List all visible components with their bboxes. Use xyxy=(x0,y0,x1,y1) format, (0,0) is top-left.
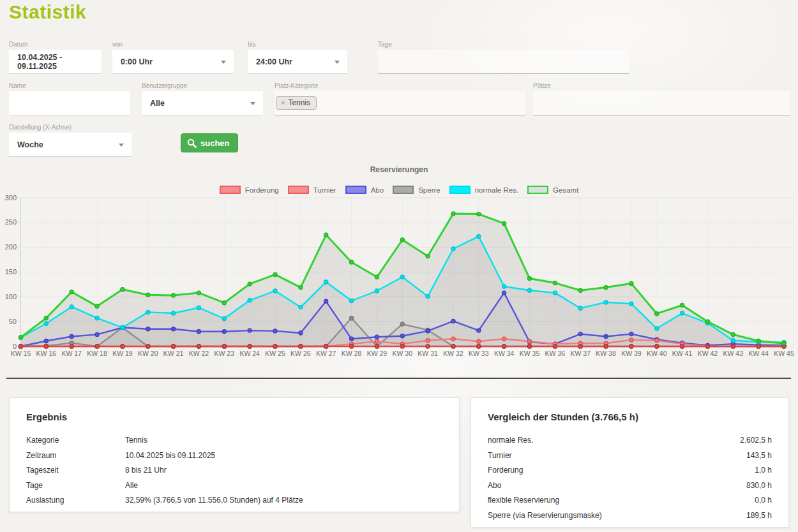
data-point[interactable] xyxy=(197,330,200,334)
data-point[interactable] xyxy=(70,335,73,339)
data-point[interactable] xyxy=(426,339,430,343)
data-point[interactable] xyxy=(502,291,506,295)
data-point[interactable] xyxy=(578,344,582,348)
data-point[interactable] xyxy=(477,212,481,216)
data-point[interactable] xyxy=(604,335,608,339)
data-point[interactable] xyxy=(222,344,226,348)
data-point[interactable] xyxy=(222,317,226,321)
data-point[interactable] xyxy=(273,289,277,293)
data-point[interactable] xyxy=(350,316,354,320)
data-point[interactable] xyxy=(375,335,379,339)
data-point[interactable] xyxy=(731,344,735,348)
data-point[interactable] xyxy=(146,293,150,297)
data-point[interactable] xyxy=(146,310,150,314)
data-point[interactable] xyxy=(451,337,455,341)
data-point[interactable] xyxy=(172,293,176,297)
data-point[interactable] xyxy=(19,336,23,339)
data-point[interactable] xyxy=(578,306,582,310)
data-point[interactable] xyxy=(324,299,328,303)
data-point[interactable] xyxy=(553,344,557,348)
data-point[interactable] xyxy=(299,344,303,348)
data-point[interactable] xyxy=(477,339,481,343)
data-point[interactable] xyxy=(451,212,455,216)
data-point[interactable] xyxy=(553,291,557,295)
data-point[interactable] xyxy=(731,332,735,336)
data-point[interactable] xyxy=(426,295,430,299)
benutzergruppe-select[interactable]: Alle xyxy=(142,91,263,115)
data-point[interactable] xyxy=(375,339,379,343)
data-point[interactable] xyxy=(502,221,506,225)
data-point[interactable] xyxy=(70,344,73,348)
data-point[interactable] xyxy=(172,327,176,331)
data-point[interactable] xyxy=(324,233,328,237)
data-point[interactable] xyxy=(502,344,506,348)
data-point[interactable] xyxy=(477,235,481,239)
data-point[interactable] xyxy=(400,238,404,242)
data-point[interactable] xyxy=(248,299,252,302)
data-point[interactable] xyxy=(248,282,252,286)
data-point[interactable] xyxy=(95,344,99,348)
data-point[interactable] xyxy=(528,344,532,348)
data-point[interactable] xyxy=(172,311,176,315)
data-point[interactable] xyxy=(44,339,48,343)
data-point[interactable] xyxy=(757,344,760,348)
remove-tag-icon[interactable]: × xyxy=(281,98,285,107)
data-point[interactable] xyxy=(197,306,200,309)
data-point[interactable] xyxy=(95,316,99,320)
von-select[interactable]: 0:00 Uhr xyxy=(112,50,234,74)
data-point[interactable] xyxy=(400,275,404,279)
data-point[interactable] xyxy=(121,344,124,348)
data-point[interactable] xyxy=(655,327,659,330)
data-point[interactable] xyxy=(604,286,608,290)
data-point[interactable] xyxy=(655,312,659,316)
data-point[interactable] xyxy=(604,344,608,348)
data-point[interactable] xyxy=(502,337,506,341)
data-point[interactable] xyxy=(375,344,379,348)
data-point[interactable] xyxy=(146,327,150,331)
data-point[interactable] xyxy=(375,289,379,293)
data-point[interactable] xyxy=(451,344,455,348)
data-point[interactable] xyxy=(578,332,582,336)
data-point[interactable] xyxy=(629,338,633,342)
data-point[interactable] xyxy=(706,344,710,348)
data-point[interactable] xyxy=(681,311,684,315)
tage-input[interactable] xyxy=(379,57,628,67)
bis-select[interactable]: 24:00 Uhr xyxy=(248,50,347,74)
data-point[interactable] xyxy=(146,344,150,348)
data-point[interactable] xyxy=(451,319,455,323)
data-point[interactable] xyxy=(629,281,633,285)
data-point[interactable] xyxy=(528,288,532,292)
data-point[interactable] xyxy=(604,300,608,304)
data-point[interactable] xyxy=(681,344,684,348)
data-point[interactable] xyxy=(350,260,354,264)
data-point[interactable] xyxy=(629,332,633,336)
data-point[interactable] xyxy=(95,332,99,336)
data-point[interactable] xyxy=(629,344,633,348)
data-point[interactable] xyxy=(172,344,176,348)
data-point[interactable] xyxy=(121,288,124,292)
data-point[interactable] xyxy=(350,337,354,341)
reservations-chart[interactable]: 050100150200250300KW 15KW 16KW 17KW 18KW… xyxy=(0,193,798,364)
data-point[interactable] xyxy=(248,329,252,332)
data-point[interactable] xyxy=(681,304,684,307)
data-point[interactable] xyxy=(273,329,277,333)
data-point[interactable] xyxy=(731,339,735,343)
data-point[interactable] xyxy=(19,344,23,348)
name-input[interactable] xyxy=(17,99,122,108)
data-point[interactable] xyxy=(553,281,557,285)
data-point[interactable] xyxy=(655,339,659,343)
data-point[interactable] xyxy=(222,330,226,334)
data-point[interactable] xyxy=(44,321,48,325)
data-point[interactable] xyxy=(400,322,404,326)
data-point[interactable] xyxy=(426,329,430,333)
data-point[interactable] xyxy=(299,306,303,309)
data-point[interactable] xyxy=(706,320,710,323)
data-point[interactable] xyxy=(44,344,48,348)
data-point[interactable] xyxy=(299,286,303,290)
data-point[interactable] xyxy=(121,326,124,330)
data-point[interactable] xyxy=(426,344,430,348)
platz-kategorie-field[interactable]: × Tennis xyxy=(275,91,525,115)
data-point[interactable] xyxy=(502,284,506,288)
plaetze-input[interactable] xyxy=(534,98,788,108)
data-point[interactable] xyxy=(477,329,481,332)
